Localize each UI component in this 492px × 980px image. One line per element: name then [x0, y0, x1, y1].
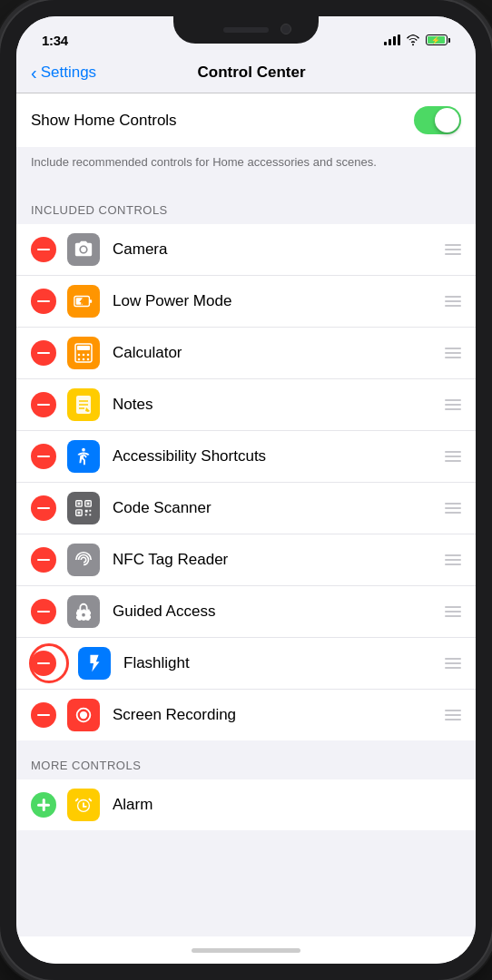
minus-icon — [37, 456, 50, 458]
minus-icon — [37, 559, 50, 562]
control-label: Camera — [113, 240, 438, 259]
back-button[interactable]: ‹ Settings — [31, 64, 96, 82]
status-time: 1:34 — [42, 33, 68, 48]
reorder-icon[interactable] — [445, 710, 461, 720]
reorder-icon[interactable] — [445, 399, 461, 410]
home-indicator — [16, 936, 476, 964]
accessibility-icon — [74, 446, 93, 466]
minus-icon — [37, 352, 50, 355]
remove-button[interactable] — [31, 237, 56, 262]
control-label: Calculator — [113, 344, 438, 362]
calculator-icon — [74, 343, 93, 363]
control-label: Accessibility Shortcuts — [113, 447, 438, 466]
remove-button[interactable] — [31, 392, 56, 417]
included-controls-header: INCLUDED CONTROLS — [16, 185, 476, 224]
svg-rect-19 — [78, 503, 81, 505]
reorder-icon[interactable] — [445, 606, 461, 617]
svg-rect-25 — [89, 510, 91, 512]
app-icon-low-power — [67, 285, 100, 318]
minus-icon — [37, 507, 50, 510]
content-scroll[interactable]: Show Home Controls Include recommended c… — [16, 93, 476, 936]
svg-point-7 — [78, 354, 81, 357]
list-item: Calculator — [16, 328, 476, 379]
home-controls-description: Include recommended controls for Home ac… — [16, 147, 476, 185]
notch — [173, 16, 319, 44]
nfc-icon — [74, 550, 93, 570]
list-item: Alarm — [16, 779, 476, 830]
reorder-icon[interactable] — [445, 348, 461, 358]
control-label: Notes — [113, 396, 438, 414]
svg-point-17 — [82, 448, 85, 452]
app-icon-screen-recording — [67, 699, 100, 731]
reorder-icon[interactable] — [445, 503, 461, 514]
svg-rect-6 — [77, 346, 90, 350]
svg-rect-3 — [89, 299, 92, 303]
list-item: Camera — [16, 224, 476, 276]
remove-button[interactable] — [31, 651, 56, 676]
signal-icon — [384, 34, 400, 45]
remove-button[interactable] — [31, 495, 56, 521]
front-camera — [280, 24, 291, 34]
minus-icon — [37, 300, 50, 303]
list-item: Screen Recording — [16, 690, 476, 740]
svg-point-10 — [78, 358, 81, 361]
app-icon-alarm — [67, 789, 100, 821]
reorder-icon[interactable] — [445, 451, 461, 462]
remove-button[interactable] — [31, 340, 56, 366]
nav-bar: ‹ Settings Control Center — [16, 56, 476, 93]
plus-icon — [37, 799, 50, 811]
qr-icon — [74, 498, 93, 518]
svg-point-9 — [87, 354, 90, 357]
home-controls-section: Show Home Controls — [16, 93, 476, 147]
speaker — [223, 27, 269, 33]
remove-button[interactable] — [31, 702, 56, 728]
home-controls-toggle[interactable] — [414, 106, 461, 134]
reorder-icon[interactable] — [445, 244, 461, 255]
minus-icon — [37, 662, 50, 665]
app-icon-notes — [67, 388, 100, 421]
app-icon-nfc — [67, 544, 100, 576]
list-item: Flashlight — [16, 638, 476, 690]
svg-rect-23 — [78, 512, 81, 514]
svg-point-1 — [81, 247, 86, 252]
svg-point-0 — [412, 44, 414, 45]
svg-rect-27 — [89, 514, 91, 516]
camera-icon — [74, 240, 93, 260]
reorder-icon[interactable] — [445, 296, 461, 307]
svg-point-29 — [82, 613, 85, 617]
add-button[interactable] — [31, 792, 56, 818]
app-icon-flashlight — [78, 647, 111, 680]
wifi-icon — [406, 33, 420, 47]
app-icon-accessibility — [67, 440, 100, 473]
page-title: Control Center — [96, 64, 407, 82]
remove-button[interactable] — [31, 547, 56, 573]
svg-point-8 — [83, 354, 85, 357]
minus-icon — [37, 249, 50, 251]
more-controls-header: MORE CONTROLS — [16, 740, 476, 779]
record-icon — [74, 705, 93, 725]
control-label: Flashlight — [123, 654, 438, 672]
list-item: Guided Access — [16, 586, 476, 638]
list-item: Code Scanner — [16, 483, 476, 534]
reorder-icon[interactable] — [445, 658, 461, 669]
status-icons: ⚡ — [384, 33, 450, 47]
svg-rect-21 — [87, 503, 90, 505]
app-icon-camera — [67, 233, 100, 266]
screen: 1:34 — [16, 16, 476, 964]
list-item: Notes — [16, 379, 476, 431]
app-icon-code-scanner — [67, 492, 100, 524]
home-controls-row: Show Home Controls — [16, 93, 476, 147]
home-bar — [192, 948, 300, 953]
reorder-icon[interactable] — [445, 554, 461, 565]
toggle-thumb — [435, 108, 459, 132]
alarm-icon — [74, 795, 93, 815]
notes-icon — [74, 395, 93, 415]
minus-icon — [37, 404, 50, 407]
control-label: Alarm — [113, 796, 461, 814]
minus-icon — [37, 611, 50, 613]
remove-button[interactable] — [31, 444, 56, 469]
battery-icon: ⚡ — [426, 34, 450, 45]
control-label: Guided Access — [113, 603, 438, 621]
remove-button[interactable] — [31, 289, 56, 314]
remove-button[interactable] — [31, 599, 56, 624]
